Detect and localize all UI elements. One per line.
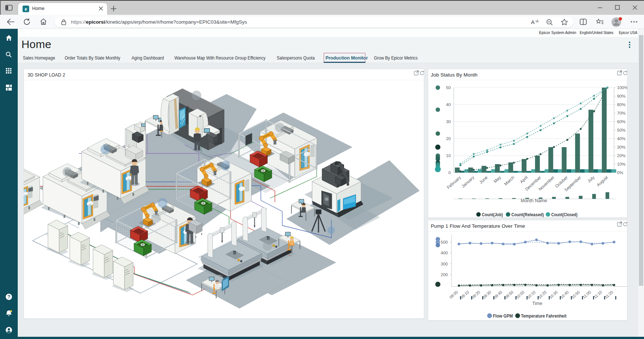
svg-text:50: 50 (446, 85, 451, 90)
svg-text:40: 40 (446, 102, 451, 107)
svg-text:10: 10 (446, 153, 451, 158)
svg-text:11:00: 11:00 (582, 289, 592, 299)
svg-text:20: 20 (446, 136, 451, 141)
svg-text:e: e (25, 6, 27, 12)
svg-text:11:20: 11:20 (604, 289, 614, 299)
svg-text:Count(Released): Count(Released) (511, 212, 544, 217)
svg-text:10:30: 10:30 (548, 289, 559, 299)
svg-text:10:20: 10:20 (537, 289, 548, 299)
svg-text:Month Name: Month Name (521, 198, 547, 203)
svg-text:10:00: 10:00 (515, 289, 525, 299)
svg-text:Count(Closed): Count(Closed) (551, 212, 577, 217)
svg-text:11:10: 11:10 (593, 289, 603, 299)
svg-text:500: 500 (441, 240, 448, 244)
svg-text:August: August (596, 175, 609, 187)
svg-text:400: 400 (441, 251, 448, 255)
svg-text:09:30: 09:30 (482, 289, 492, 299)
svg-text:0: 0 (449, 170, 451, 175)
svg-text:40%: 40% (617, 136, 626, 141)
svg-text:March: March (503, 175, 515, 186)
svg-text:300: 300 (441, 262, 448, 266)
svg-text:100%: 100% (617, 85, 627, 90)
svg-text:70%: 70% (617, 111, 626, 115)
svg-text:10:50: 10:50 (570, 289, 581, 299)
svg-text:09:10: 09:10 (460, 289, 470, 299)
svg-text:80%: 80% (617, 102, 626, 107)
svg-text:Count(Job): Count(Job) (482, 212, 503, 217)
svg-text:09:20: 09:20 (471, 289, 481, 299)
svg-text:30%: 30% (617, 145, 626, 149)
svg-text:June: June (478, 175, 488, 185)
svg-text:January: January (461, 175, 475, 188)
svg-text:60%: 60% (617, 119, 626, 124)
svg-text:90%: 90% (617, 94, 626, 98)
svg-text:0%: 0% (617, 170, 623, 175)
svg-text:?: ? (7, 294, 10, 299)
svg-text:09:50: 09:50 (504, 289, 514, 299)
svg-text:Time: Time (532, 301, 542, 306)
svg-text:April: April (519, 175, 528, 184)
svg-text:Flow GPM: Flow GPM (493, 313, 513, 319)
svg-text:A: A (531, 19, 535, 25)
svg-text:10%: 10% (617, 162, 626, 166)
svg-text:February: February (446, 175, 461, 190)
svg-text:30: 30 (446, 119, 451, 124)
svg-text:50%: 50% (617, 128, 626, 132)
svg-text:200: 200 (441, 272, 448, 277)
svg-text:Temperature Fahrenheit: Temperature Fahrenheit (521, 313, 567, 319)
svg-text:09:00: 09:00 (449, 289, 459, 299)
svg-text:09:40: 09:40 (493, 289, 503, 299)
svg-text:May: May (493, 175, 502, 184)
svg-text:10:40: 10:40 (559, 289, 570, 299)
svg-text:10:10: 10:10 (526, 289, 536, 299)
svg-text:20%: 20% (617, 153, 626, 158)
svg-text:July: July (587, 175, 595, 183)
